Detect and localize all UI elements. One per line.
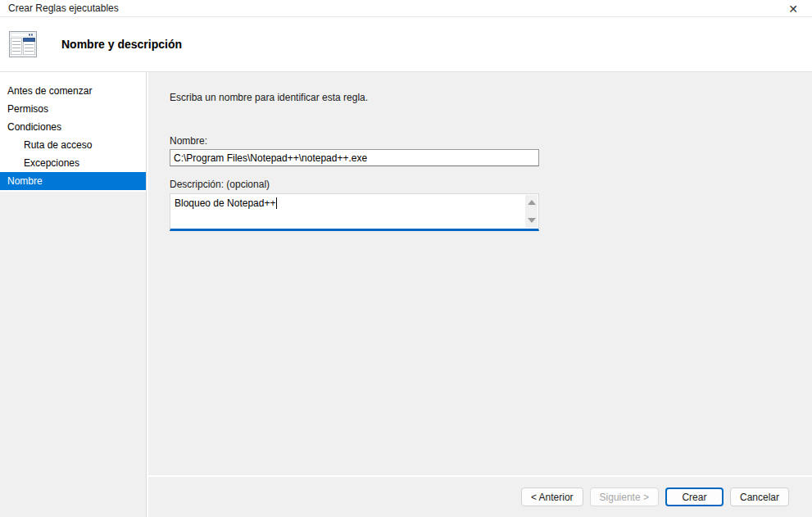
name-field-label: Nombre: [170,135,812,147]
wizard-window-icon [7,28,39,61]
wizard-nav-sidebar: Antes de comenzar Permisos Condiciones R… [0,72,146,517]
name-input[interactable] [170,149,539,166]
description-textbox[interactable]: Bloqueo de Notepad++ [170,193,539,231]
wizard-footer: < Anterior Siguiente > Crear Cancelar [148,475,812,517]
form-content: Escriba un nombre para identificar esta … [148,72,812,475]
sidebar-item-permisos[interactable]: Permisos [0,100,146,118]
description-scrollbar[interactable] [525,195,538,228]
scroll-up-button[interactable] [525,197,538,208]
scroll-down-button[interactable] [525,215,538,226]
sidebar-item-nombre[interactable]: Nombre [0,172,146,190]
sidebar-item-excepciones[interactable]: Excepciones [0,154,146,172]
text-caret [276,197,277,209]
siguiente-button[interactable]: Siguiente > [590,488,659,506]
description-field-label: Descripción: (opcional) [170,179,812,190]
page-title: Nombre y descripción [61,38,182,51]
sidebar-item-ruta-de-acceso[interactable]: Ruta de acceso [0,136,146,154]
anterior-button[interactable]: < Anterior [521,488,583,506]
wizard-dialog: Crear Reglas ejecutables ✕ Nombre y [0,0,812,517]
sidebar-item-condiciones[interactable]: Condiciones [0,118,146,136]
window-title: Crear Reglas ejecutables [0,2,119,14]
wizard-body: Antes de comenzar Permisos Condiciones R… [0,72,812,517]
crear-button[interactable]: Crear [665,488,724,506]
cancelar-button[interactable]: Cancelar [730,488,789,506]
triangle-up-icon [528,200,536,205]
wizard-header: Nombre y descripción [0,17,812,72]
sidebar-item-antes-de-comenzar[interactable]: Antes de comenzar [0,82,146,100]
main-panel: Escriba un nombre para identificar esta … [148,72,812,517]
instruction-text: Escriba un nombre para identificar esta … [170,92,812,103]
triangle-down-icon [528,218,536,223]
title-bar: Crear Reglas ejecutables ✕ [0,0,812,17]
wizard-nav-list: Antes de comenzar Permisos Condiciones R… [0,72,146,192]
close-icon[interactable]: ✕ [781,0,805,17]
description-text: Bloqueo de Notepad++ [175,197,277,209]
